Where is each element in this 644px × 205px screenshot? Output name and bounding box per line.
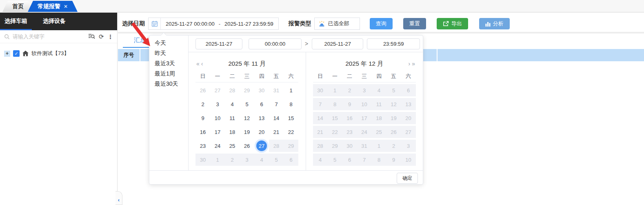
day-cell[interactable]: 2 (195, 97, 210, 111)
day-cell[interactable]: 28 (225, 83, 240, 97)
day-cell: 31 (357, 139, 372, 153)
day-cell: 25 (372, 125, 386, 139)
export-icon (443, 21, 449, 27)
calendar-november: « ‹ 2025 年 11 月 日一二三四五六 2627282930311234… (189, 52, 306, 170)
calendar-header: « ‹ 2025 年 11 月 (195, 58, 299, 70)
sidebar-collapse-handle[interactable]: ‹ (115, 191, 122, 205)
reset-button-label: 重置 (409, 20, 420, 27)
day-cell[interactable]: 8 (284, 97, 298, 111)
day-cell[interactable]: 12 (240, 111, 254, 125)
alarm-type-label: 报警类型 (289, 20, 311, 27)
day-cell[interactable]: 17 (210, 125, 225, 139)
day-cell[interactable]: 27 (254, 139, 269, 153)
day-cell[interactable]: 3 (210, 97, 225, 111)
sidebar-tab-carriage[interactable]: 选择车箱 (0, 13, 32, 30)
confirm-button[interactable]: 确定 (397, 173, 418, 184)
weekday-label: 一 (328, 71, 342, 82)
quick-option[interactable]: 最近30天 (149, 79, 188, 89)
search-input[interactable] (13, 33, 84, 40)
tree-expand-icon[interactable]: + (4, 51, 10, 57)
day-cell[interactable]: 29 (240, 83, 254, 97)
day-cell[interactable]: 11 (225, 111, 240, 125)
query-button[interactable]: 查询 (370, 18, 393, 29)
date-range-input[interactable]: 2025-11-27 00:00:00-2025-11-27 23:59:59 (148, 18, 279, 30)
alarm-type-select[interactable]: 已选全部 (314, 18, 360, 30)
day-cell[interactable]: 4 (225, 97, 240, 111)
day-cell: 8 (372, 153, 386, 167)
day-cell: 27 (401, 125, 416, 139)
day-cell[interactable]: 22 (284, 125, 298, 139)
weekday-label: 二 (342, 71, 357, 82)
day-cell[interactable]: 26 (195, 83, 210, 97)
day-cell: 3 (401, 139, 416, 153)
export-button-label: 导出 (451, 20, 462, 27)
quick-option[interactable]: 今天 (149, 38, 188, 48)
advanced-search-icon[interactable] (88, 33, 95, 40)
day-cell[interactable]: 20 (254, 125, 269, 139)
day-cell: 5 (328, 153, 342, 167)
next-month-icon[interactable]: › (409, 60, 411, 67)
day-cell[interactable]: 13 (254, 111, 269, 125)
day-cell: 5 (386, 83, 401, 97)
day-cell[interactable]: 27 (210, 83, 225, 97)
day-cell: 24 (357, 125, 372, 139)
day-cell[interactable]: 1 (284, 83, 298, 97)
day-cell[interactable]: 15 (284, 111, 298, 125)
day-cell[interactable]: 5 (240, 97, 254, 111)
day-cell[interactable]: 30 (254, 83, 269, 97)
quick-option[interactable]: 昨天 (149, 48, 188, 58)
day-cell[interactable]: 9 (195, 111, 210, 125)
range-arrow-icon: > (305, 40, 308, 47)
day-cell[interactable]: 31 (269, 83, 284, 97)
day-cell[interactable]: 7 (269, 97, 284, 111)
day-grid: 2627282930311234567891011121314151617181… (195, 82, 298, 167)
analyze-button[interactable]: 分析 (479, 18, 510, 29)
quick-option[interactable]: 最近1周 (149, 69, 188, 79)
refresh-icon[interactable]: ⟳ (99, 33, 104, 40)
tab-regular-alarm-label: 常规报警 (38, 1, 60, 12)
tab-regular-alarm[interactable]: 常规报警 ✕ (28, 1, 78, 12)
day-cell[interactable]: 18 (225, 125, 240, 139)
tree-checkbox[interactable]: ✓ (13, 50, 20, 57)
reset-button[interactable]: 重置 (403, 18, 426, 29)
sidebar: 选择车箱 选择设备 ⟳ ⋮ + ✓ 软件测试【73】 (0, 13, 118, 205)
start-time-input[interactable] (249, 38, 302, 49)
calendar-icon[interactable] (149, 18, 161, 29)
day-cell[interactable]: 10 (210, 111, 225, 125)
start-date-input[interactable] (195, 38, 242, 49)
export-button[interactable]: 导出 (437, 18, 468, 29)
close-icon[interactable]: ✕ (64, 4, 68, 9)
day-cell[interactable]: 19 (240, 125, 254, 139)
day-cell: 17 (357, 111, 372, 125)
day-cell[interactable]: 21 (269, 125, 284, 139)
tree-node[interactable]: + ✓ 软件测试【73】 (4, 50, 117, 57)
day-cell: 26 (386, 125, 401, 139)
day-cell[interactable]: 14 (269, 111, 284, 125)
day-cell: 30 (342, 139, 357, 153)
next-year-icon[interactable]: » (412, 60, 415, 67)
day-cell: 6 (342, 153, 357, 167)
day-cell[interactable]: 24 (210, 139, 225, 153)
sidebar-tab-device[interactable]: 选择设备 (38, 13, 70, 30)
end-time-input[interactable] (367, 38, 420, 49)
day-cell: 1 (372, 139, 386, 153)
toolbar-separator (118, 32, 644, 33)
end-date-input[interactable] (312, 38, 363, 49)
prev-month-icon[interactable]: ‹ (201, 60, 203, 67)
day-cell[interactable]: 16 (195, 125, 210, 139)
weekday-label: 六 (401, 71, 416, 82)
more-options-icon[interactable]: ⋮ (108, 34, 113, 40)
month-title: 2025 年 12 月 (345, 60, 383, 68)
quick-option[interactable]: 最近3天 (149, 58, 188, 69)
day-cell[interactable]: 6 (254, 97, 269, 111)
day-cell: 15 (328, 111, 342, 125)
day-cell[interactable]: 25 (225, 139, 240, 153)
calendar-december: 2025 年 12 月 › » 日一二三四五六 3012345678910111… (306, 52, 423, 170)
prev-year-icon[interactable]: « (196, 60, 200, 67)
day-cell: 29 (284, 139, 298, 153)
day-cell[interactable]: 26 (240, 139, 254, 153)
day-cell[interactable]: 23 (195, 139, 210, 153)
sidebar-header: 选择车箱 选择设备 (0, 13, 117, 30)
calendars: « ‹ 2025 年 11 月 日一二三四五六 2627282930311234… (189, 52, 423, 170)
tab-home-label: 首页 (12, 3, 24, 9)
